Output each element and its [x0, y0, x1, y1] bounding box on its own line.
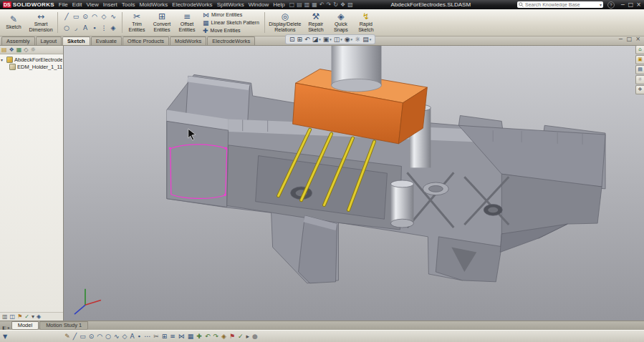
search-box[interactable]: ▾	[517, 1, 603, 8]
trim-tool-icon[interactable]: ✂	[153, 331, 159, 341]
tree-options-icon[interactable]: ▾	[32, 313, 34, 321]
display-manager-icon[interactable]: ☼	[30, 47, 35, 54]
sketch-button[interactable]: ✎ Sketch	[1, 10, 26, 35]
tab-electrodeworks[interactable]: ElectrodeWorks	[207, 36, 255, 45]
redo-icon[interactable]: ↷	[327, 1, 332, 8]
centerline-tool-icon[interactable]: ⋯	[144, 331, 150, 341]
view-orientation-icon[interactable]: ▣	[323, 35, 330, 44]
undo-icon[interactable]: ↶	[319, 1, 325, 8]
rebuild-icon[interactable]: ↻	[333, 1, 338, 8]
print-icon[interactable]: ▦	[312, 1, 317, 8]
snap-grid-icon[interactable]: ◈	[109, 23, 117, 34]
graphics-area[interactable]	[64, 46, 644, 321]
dropdown-caret-icon[interactable]: ▾	[330, 35, 332, 44]
section-view-icon[interactable]: ◪	[312, 35, 319, 44]
spline-icon[interactable]: ∿	[109, 11, 117, 22]
menu-electrodeworks[interactable]: ElectrodeWorks	[172, 1, 212, 8]
menu-tools[interactable]: Tools	[122, 1, 135, 8]
check-tool-icon[interactable]: ✓	[238, 331, 244, 341]
ellipse-tool-icon[interactable]: ○	[105, 331, 111, 341]
tab-model[interactable]: Model	[11, 321, 39, 330]
new-file-icon[interactable]: □	[289, 1, 295, 8]
redo-tool-icon[interactable]: ↷	[213, 331, 218, 341]
open-file-icon[interactable]: ▤	[297, 1, 302, 8]
help-icon[interactable]: ?	[607, 1, 615, 9]
tree-item-component[interactable]: EDM_Holder_1_11-1	[9, 63, 62, 70]
rapid-sketch-button[interactable]: ↯ Rapid Sketch	[354, 10, 378, 35]
convert-entities-button[interactable]: ⊞ Convert Entities	[150, 10, 174, 35]
edit-appearance-icon[interactable]: ☼	[355, 35, 360, 44]
tab-layout[interactable]: Layout	[36, 36, 62, 45]
dot-tool-icon[interactable]: ●	[252, 331, 258, 341]
convert-tool-icon[interactable]: ⊞	[162, 331, 168, 341]
flag-tool-icon[interactable]: ⚑	[229, 331, 235, 341]
fillet-icon[interactable]: ◞	[72, 23, 80, 34]
polygon-tool-icon[interactable]: ◇	[122, 331, 127, 341]
snap-tool-icon[interactable]: ◈	[221, 331, 226, 341]
arc-icon[interactable]: ◠	[90, 11, 99, 22]
menu-view[interactable]: View	[87, 1, 99, 8]
tab-splitter-icon[interactable]: ◧	[1, 325, 7, 330]
dropdown-caret-icon[interactable]: ▾	[319, 35, 321, 44]
spline-tool-icon[interactable]: ∿	[114, 331, 120, 341]
dropdown-caret-icon[interactable]: ▾	[351, 35, 353, 44]
flyout-tree-icon[interactable]: ◫	[10, 313, 16, 321]
tab-evaluate[interactable]: Evaluate	[91, 36, 122, 45]
menu-window[interactable]: Window	[249, 1, 269, 8]
pin-icon[interactable]: ◈	[37, 313, 41, 321]
rectangle-tool-icon[interactable]: ▭	[80, 331, 86, 341]
doc-restore-button[interactable]: □	[627, 36, 633, 42]
previous-view-icon[interactable]: ↶	[304, 35, 310, 44]
mirror-tool-icon[interactable]: ⋈	[178, 331, 185, 341]
doc-minimize-button[interactable]: −	[618, 36, 623, 42]
show-hide-tree-icon[interactable]: ✓	[24, 313, 29, 321]
solidworks-resources-icon[interactable]: ⌂	[635, 45, 644, 54]
text-icon[interactable]: A	[81, 23, 90, 34]
zoom-area-icon[interactable]: ⊞	[297, 35, 303, 44]
dimxpert-icon[interactable]: ◇	[24, 47, 28, 54]
offset-tool-icon[interactable]: ≡	[170, 331, 176, 341]
doc-close-button[interactable]: ×	[635, 36, 640, 42]
arc-tool-icon[interactable]: ◠	[97, 331, 102, 341]
tab-motion-study-1[interactable]: Motion Study 1	[39, 321, 88, 330]
centerline-icon[interactable]: ⋮	[100, 23, 108, 34]
file-explorer-icon[interactable]: ▤	[635, 65, 644, 74]
polygon-icon[interactable]: ◇	[100, 11, 108, 22]
expand-arrow-icon[interactable]: ▾	[1, 57, 5, 62]
tab-office-products[interactable]: Office Products	[122, 36, 169, 45]
machine-spindle-cylinder[interactable]	[332, 46, 382, 92]
play-tool-icon[interactable]: ▸	[246, 331, 250, 341]
circle-tool-icon[interactable]: ⊙	[89, 331, 95, 341]
menu-moldworks[interactable]: MoldWorks	[139, 1, 168, 8]
selection-filter-icon[interactable]: ▼	[3, 333, 7, 340]
rectangle-icon[interactable]: ▭	[72, 11, 80, 22]
linear-sketch-pattern-button[interactable]: ▦ Linear Sketch Pattern	[203, 19, 259, 26]
filter-flag-icon[interactable]: ⚑	[17, 313, 22, 321]
trim-entities-button[interactable]: ✂ Trim Entities	[125, 10, 149, 35]
search-caret-icon[interactable]: ▾	[600, 1, 602, 8]
menu-help[interactable]: Help	[273, 1, 284, 8]
tree-item-assembly-root[interactable]: ▾ AbdeckForElectrodes	[1, 56, 62, 63]
undo-tool-icon[interactable]: ↶	[205, 331, 211, 341]
menu-splitworks[interactable]: SplitWorks	[217, 1, 244, 8]
menu-file[interactable]: File	[59, 1, 68, 8]
save-icon[interactable]: ▥	[304, 1, 310, 8]
point-icon[interactable]: ∙	[90, 23, 99, 34]
tab-assembly[interactable]: Assembly	[1, 36, 35, 45]
apply-scene-icon[interactable]: ▤	[362, 35, 369, 44]
property-manager-icon[interactable]: ❖	[9, 47, 14, 54]
circle-icon[interactable]: ⊙	[81, 11, 90, 22]
move-entities-button[interactable]: ✚ Move Entities	[203, 27, 259, 34]
display-delete-relations-button[interactable]: ◎ Display/Delete Relations	[267, 10, 303, 35]
dropdown-caret-icon[interactable]: ▾	[370, 35, 372, 44]
file-properties-icon[interactable]: ▧	[347, 1, 353, 8]
appearances-icon[interactable]: ☼	[635, 75, 644, 84]
tab-sketch[interactable]: Sketch	[62, 36, 90, 45]
repair-sketch-button[interactable]: ⚒ Repair Sketch	[304, 10, 328, 35]
search-input[interactable]	[525, 2, 598, 8]
zoom-fit-icon[interactable]: ⊡	[289, 35, 295, 44]
tab-moldworks[interactable]: MoldWorks	[170, 36, 206, 45]
smart-dimension-button[interactable]: ↔ Smart Dimension	[27, 10, 55, 35]
hide-show-items-icon[interactable]: ◉	[345, 35, 350, 44]
dropdown-caret-icon[interactable]: ▾	[340, 35, 342, 44]
